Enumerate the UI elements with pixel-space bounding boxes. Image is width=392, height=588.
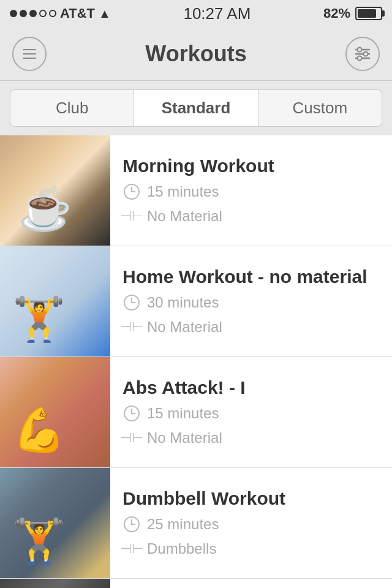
clock-icon-dumbbell	[123, 515, 141, 533]
status-left: AT&T ▲	[10, 6, 111, 21]
filter-button[interactable]	[345, 37, 380, 71]
workout-info-morning: Morning Workout 15 minutes ⊣⊢ No Materia…	[110, 135, 392, 246]
clock-shape	[124, 184, 140, 200]
material-text-morning: No Material	[147, 208, 222, 225]
dot-5	[49, 10, 56, 17]
clock-shape	[124, 516, 140, 532]
page-title: Workouts	[145, 41, 246, 67]
clock-shape	[124, 405, 140, 421]
clock-icon-morning	[123, 183, 141, 201]
status-time: 10:27 AM	[183, 4, 251, 23]
material-text-abs: No Material	[147, 429, 222, 447]
svg-point-3	[358, 47, 362, 51]
filter-icon	[353, 45, 372, 62]
segment-club[interactable]: Club	[10, 89, 134, 127]
dumbbell-icon-dumbbell: ⊣⊢	[123, 540, 141, 558]
duration-text-dumbbell: 25 minutes	[147, 516, 219, 533]
workout-duration-morning: 15 minutes	[123, 183, 380, 201]
dumbbell-icon-abs: ⊣⊢	[123, 429, 141, 447]
svg-point-5	[358, 56, 362, 60]
workout-image-gym	[0, 579, 110, 588]
segment-custom[interactable]: Custom	[258, 89, 382, 127]
wifi-icon: ▲	[99, 7, 111, 21]
clock-shape	[124, 295, 140, 311]
dumbbell-icon-morning: ⊣⊢	[123, 207, 141, 225]
workout-material-home: ⊣⊢ No Material	[123, 318, 380, 336]
workout-item-morning[interactable]: Morning Workout 15 minutes ⊣⊢ No Materia…	[0, 135, 392, 246]
status-right: 82%	[323, 6, 382, 21]
hamburger-line-2	[23, 53, 36, 55]
hamburger-line-1	[23, 49, 36, 50]
workout-title-morning: Morning Workout	[123, 156, 380, 176]
duration-text-morning: 15 minutes	[147, 183, 219, 200]
battery-box	[355, 7, 382, 20]
workout-image-abs	[0, 357, 110, 467]
workout-title-home: Home Workout - no material	[123, 266, 380, 287]
dot-3	[29, 10, 37, 17]
dot-2	[20, 10, 27, 17]
workout-image-home	[0, 246, 110, 356]
hamburger-icon	[23, 49, 36, 59]
material-text-home: No Material	[147, 318, 222, 336]
svg-point-4	[364, 51, 368, 56]
workout-info-home: Home Workout - no material 30 minutes ⊣⊢…	[110, 246, 392, 356]
status-bar: AT&T ▲ 10:27 AM 82%	[0, 0, 392, 27]
workout-item-home[interactable]: Home Workout - no material 30 minutes ⊣⊢…	[0, 246, 392, 357]
workout-item-dumbbell[interactable]: Dumbbell Workout 25 minutes ⊣⊢ Dumbbells	[0, 468, 392, 579]
carrier-label: AT&T	[60, 6, 95, 21]
dot-4	[39, 10, 47, 17]
workout-list: Morning Workout 15 minutes ⊣⊢ No Materia…	[0, 135, 392, 588]
workout-info-dumbbell: Dumbbell Workout 25 minutes ⊣⊢ Dumbbells	[110, 468, 392, 578]
dot-1	[10, 10, 17, 17]
menu-button[interactable]	[12, 37, 47, 71]
workout-duration-home: 30 minutes	[123, 293, 380, 312]
hamburger-line-3	[23, 58, 36, 59]
battery-icon	[355, 7, 382, 20]
workout-item-gym[interactable]: Gym Workout	[0, 579, 392, 588]
battery-percent: 82%	[323, 6, 350, 21]
workout-material-morning: ⊣⊢ No Material	[123, 207, 380, 225]
duration-text-home: 30 minutes	[147, 294, 219, 311]
workout-duration-dumbbell: 25 minutes	[123, 515, 380, 533]
battery-fill	[358, 9, 376, 18]
workout-item-abs[interactable]: Abs Attack! - I 15 minutes ⊣⊢ No Materia…	[0, 357, 392, 468]
workout-duration-abs: 15 minutes	[123, 404, 380, 423]
workout-info-abs: Abs Attack! - I 15 minutes ⊣⊢ No Materia…	[110, 357, 392, 467]
nav-bar: Workouts	[0, 27, 392, 81]
clock-icon-abs	[123, 404, 141, 423]
duration-text-abs: 15 minutes	[147, 405, 219, 422]
segment-control: Club Standard Custom	[0, 81, 392, 135]
workout-image-morning	[0, 135, 110, 246]
workout-info-gym: Gym Workout	[110, 579, 392, 588]
clock-icon-home	[123, 293, 141, 312]
segment-standard[interactable]: Standard	[134, 89, 258, 127]
workout-title-dumbbell: Dumbbell Workout	[123, 488, 380, 509]
workout-title-abs: Abs Attack! - I	[123, 377, 380, 398]
dumbbell-icon-home: ⊣⊢	[123, 318, 141, 336]
workout-material-dumbbell: ⊣⊢ Dumbbells	[123, 540, 380, 558]
workout-image-dumbbell	[0, 468, 110, 578]
material-text-dumbbell: Dumbbells	[147, 540, 216, 557]
signal-dots	[10, 10, 56, 17]
workout-material-abs: ⊣⊢ No Material	[123, 429, 380, 447]
